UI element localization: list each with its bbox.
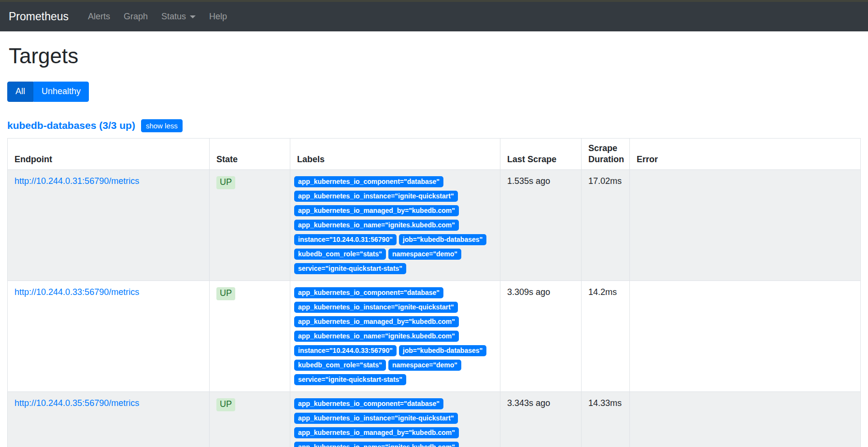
labels-cell: app_kubernetes_io_component="database"ap… [290,281,500,392]
navbar-brand[interactable]: Prometheus [9,10,69,23]
label-badge: instance="10.244.0.33:56790" [294,345,397,356]
chevron-down-icon [190,15,196,18]
column-header-labels: Labels [290,138,500,170]
error-cell [630,392,861,447]
navbar-links: AlertsGraphStatusHelp [81,8,234,26]
label-badge: service="ignite-quickstart-stats" [294,374,406,385]
page-title: Targets [9,44,861,68]
table-row: http://10.244.0.31:56790/metricsUPapp_ku… [8,170,861,281]
last-scrape-cell: 3.343s ago [500,392,582,447]
endpoint-cell: http://10.244.0.35:56790/metrics [8,392,210,447]
label-badge: app_kubernetes_io_component="database" [294,287,443,298]
label-badge: instance="10.244.0.31:56790" [294,234,397,245]
label-badge: app_kubernetes_io_name="ignites.kubedb.c… [294,220,459,231]
table-row: http://10.244.0.35:56790/metricsUPapp_ku… [8,392,861,447]
nav-item-help[interactable]: Help [202,8,234,26]
state-badge: UP [216,176,235,189]
nav-item-graph[interactable]: Graph [117,8,155,26]
label-badge: job="kubedb-databases" [399,345,486,356]
label-badge: app_kubernetes_io_component="database" [294,176,443,187]
labels-cell: app_kubernetes_io_component="database"ap… [290,170,500,281]
label-badge: app_kubernetes_io_managed_by="kubedb.com… [294,316,459,327]
column-header-scrape-duration: Scrape Duration [582,138,630,170]
endpoint-link[interactable]: http://10.244.0.35:56790/metrics [14,398,139,408]
last-scrape-cell: 1.535s ago [500,170,582,281]
state-cell: UP [210,392,290,447]
endpoint-link[interactable]: http://10.244.0.31:56790/metrics [14,176,139,186]
label-badge: app_kubernetes_io_instance="ignite-quick… [294,191,458,202]
label-badge: app_kubernetes_io_component="database" [294,398,443,409]
table-row: http://10.244.0.33:56790/metricsUPapp_ku… [8,281,861,392]
label-badge: app_kubernetes_io_name="ignites.kubedb.c… [294,331,459,342]
targets-table: EndpointStateLabelsLast ScrapeScrape Dur… [7,138,861,447]
error-cell [630,281,861,392]
last-scrape-cell: 3.309s ago [500,281,582,392]
scrape-duration-cell: 14.33ms [582,392,630,447]
label-badge: app_kubernetes_io_instance="ignite-quick… [294,302,458,313]
scrape-pool-header: kubedb-databases (3/3 up) show less [7,119,861,132]
nav-item-status[interactable]: Status [155,8,202,26]
state-badge: UP [216,398,235,411]
state-cell: UP [210,170,290,281]
filter-unhealthy-button[interactable]: Unhealthy [33,82,89,102]
main-content: Targets All Unhealthy kubedb-databases (… [0,44,868,447]
state-cell: UP [210,281,290,392]
label-badge: job="kubedb-databases" [399,234,486,245]
label-badge: app_kubernetes_io_managed_by="kubedb.com… [294,427,459,438]
state-badge: UP [216,287,235,300]
labels-cell: app_kubernetes_io_component="database"ap… [290,392,500,447]
label-badge: kubedb_com_role="stats" [294,360,386,371]
label-badge: app_kubernetes_io_managed_by="kubedb.com… [294,205,459,216]
endpoint-link[interactable]: http://10.244.0.33:56790/metrics [14,287,139,297]
column-header-last-scrape: Last Scrape [500,138,582,170]
scrape-duration-cell: 17.02ms [582,170,630,281]
endpoint-cell: http://10.244.0.33:56790/metrics [8,281,210,392]
filter-all-button[interactable]: All [7,82,33,102]
label-badge: app_kubernetes_io_instance="ignite-quick… [294,413,458,424]
label-badge: service="ignite-quickstart-stats" [294,263,406,274]
error-cell [630,170,861,281]
nav-item-alerts[interactable]: Alerts [81,8,117,26]
navbar: Prometheus AlertsGraphStatusHelp [0,2,868,31]
label-badge: app_kubernetes_io_name="ignites.kubedb.c… [294,442,459,447]
endpoint-cell: http://10.244.0.31:56790/metrics [8,170,210,281]
targets-table-header: EndpointStateLabelsLast ScrapeScrape Dur… [8,138,861,170]
column-header-endpoint: Endpoint [8,138,210,170]
label-badge: kubedb_com_role="stats" [294,249,386,260]
column-header-error: Error [630,138,861,170]
scrape-duration-cell: 14.2ms [582,281,630,392]
show-less-button[interactable]: show less [141,119,183,132]
label-badge: namespace="demo" [388,249,461,260]
label-badge: namespace="demo" [388,360,461,371]
target-filter-group: All Unhealthy [7,82,89,102]
scrape-pool-title-link[interactable]: kubedb-databases (3/3 up) [7,120,135,131]
column-header-state: State [210,138,290,170]
